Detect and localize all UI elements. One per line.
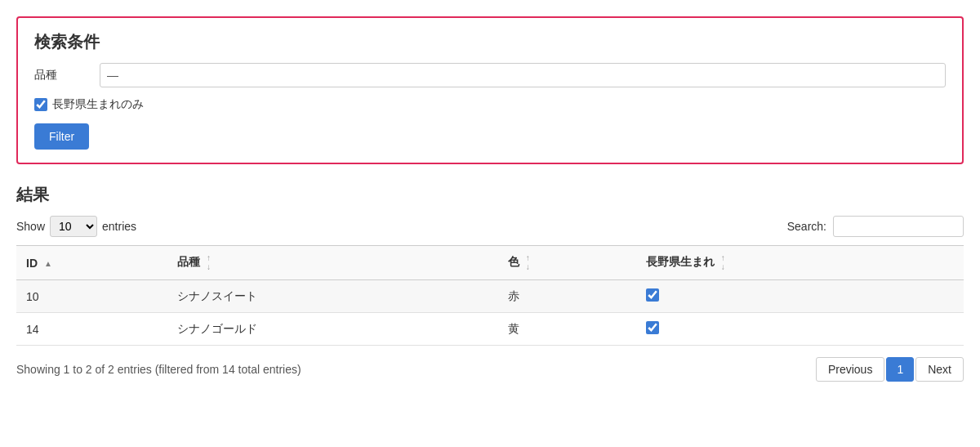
results-table: ID ▲ 品種 ↑↓ 色 ↑↓ <box>16 245 964 346</box>
nagano-checkbox[interactable] <box>34 98 47 111</box>
show-entries-control: Show 10 25 50 100 entries <box>16 216 136 237</box>
table-search-box: Search: <box>787 216 964 237</box>
nagano-checkbox-row: 長野県生まれのみ <box>34 97 946 112</box>
filter-button[interactable]: Filter <box>34 123 89 150</box>
entries-label: entries <box>102 220 136 233</box>
col-variety-label: 品種 <box>177 255 200 268</box>
cell-nagano <box>636 280 964 313</box>
cell-variety: シナノゴールド <box>167 313 498 346</box>
table-search-input[interactable] <box>833 216 964 237</box>
variety-field-row: 品種 <box>34 63 946 87</box>
col-id[interactable]: ID ▲ <box>16 246 167 280</box>
col-nagano[interactable]: 長野県生まれ ↑↓ <box>636 246 964 280</box>
col-color-label: 色 <box>508 255 519 268</box>
table-footer: Showing 1 to 2 of 2 entries (filtered fr… <box>16 357 964 382</box>
table-row: 14シナノゴールド黄 <box>16 313 964 346</box>
cell-color: 黄 <box>498 313 636 346</box>
cell-variety: シナノスイート <box>167 280 498 313</box>
search-conditions-title: 検索条件 <box>34 31 946 53</box>
col-color-sort-icon: ↑↓ <box>526 254 530 271</box>
page-1-button[interactable]: 1 <box>886 357 914 382</box>
previous-button[interactable]: Previous <box>816 357 884 382</box>
nagano-value-checkbox[interactable] <box>646 288 659 302</box>
show-label: Show <box>16 220 45 233</box>
nagano-checkbox-label: 長野県生まれのみ <box>52 97 144 112</box>
cell-nagano <box>636 313 964 346</box>
cell-id: 10 <box>16 280 167 313</box>
nagano-value-checkbox[interactable] <box>646 321 659 334</box>
cell-id: 14 <box>16 313 167 346</box>
table-row: 10シナノスイート赤 <box>16 280 964 313</box>
pagination: Previous 1 Next <box>816 357 964 382</box>
table-search-label: Search: <box>787 220 826 233</box>
next-button[interactable]: Next <box>915 357 964 382</box>
variety-label: 品種 <box>34 68 100 83</box>
results-title: 結果 <box>16 184 964 206</box>
col-id-label: ID <box>26 257 38 270</box>
col-nagano-label: 長野県生まれ <box>646 255 715 268</box>
variety-input[interactable] <box>100 63 946 87</box>
col-variety-sort-icon: ↑↓ <box>207 254 211 271</box>
entries-select[interactable]: 10 25 50 100 <box>50 216 97 237</box>
col-id-sort-icon: ▲ <box>44 260 52 268</box>
table-controls: Show 10 25 50 100 entries Search: <box>16 216 964 237</box>
table-info: Showing 1 to 2 of 2 entries (filtered fr… <box>16 363 301 376</box>
col-variety[interactable]: 品種 ↑↓ <box>167 246 498 280</box>
results-section: 結果 Show 10 25 50 100 entries Search: ID … <box>16 184 964 382</box>
col-color[interactable]: 色 ↑↓ <box>498 246 636 280</box>
search-conditions-panel: 検索条件 品種 長野県生まれのみ Filter <box>16 16 964 164</box>
table-header-row: ID ▲ 品種 ↑↓ 色 ↑↓ <box>16 246 964 280</box>
col-nagano-sort-icon: ↑↓ <box>721 254 725 271</box>
cell-color: 赤 <box>498 280 636 313</box>
